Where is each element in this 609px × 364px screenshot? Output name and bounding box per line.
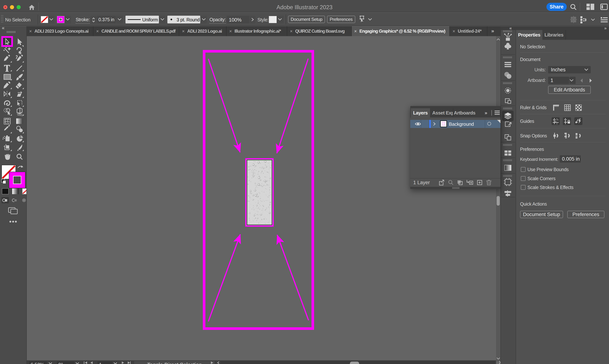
svg-text:«: « (2, 26, 4, 31)
